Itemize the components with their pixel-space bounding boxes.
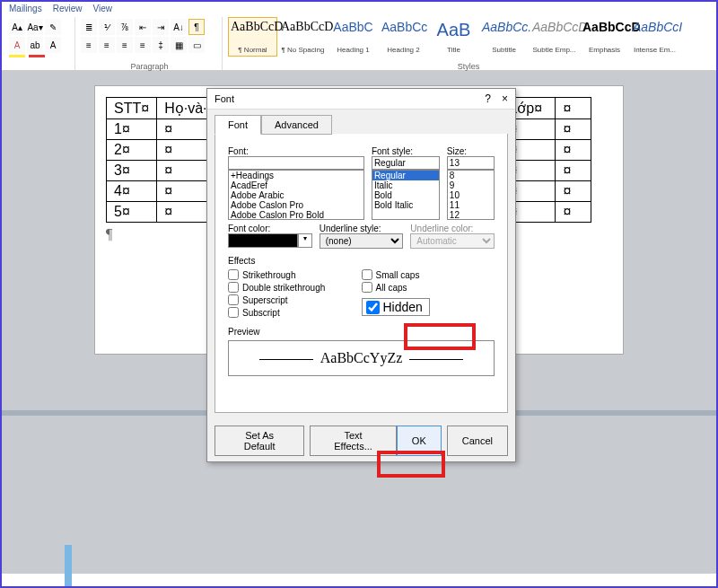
style-subtle-emp-[interactable]: AaBbCcDSubtle Emp...: [530, 17, 579, 57]
justify-icon[interactable]: ≡: [135, 37, 151, 53]
style-label: Font style:: [372, 146, 440, 156]
font-list[interactable]: +HeadingsAcadErefAdobe ArabicAdobe Caslo…: [228, 170, 364, 220]
font-dialog: Font ? × Font Advanced Font: +HeadingsAc…: [206, 88, 516, 462]
font-color-icon[interactable]: A: [45, 37, 61, 53]
chk-dstrike[interactable]: Double strikethrough: [228, 282, 362, 293]
size-label: Size:: [447, 146, 495, 156]
cancel-button[interactable]: Cancel: [447, 426, 508, 456]
shading-icon[interactable]: ▦: [171, 37, 187, 53]
style-subtitle[interactable]: AaBbCc.Subtitle: [479, 17, 529, 57]
style-heading-1[interactable]: AaBbCHeading 1: [328, 17, 378, 57]
styles-gallery[interactable]: AaBbCcD¶ NormalAaBbCcD¶ No SpacingAaBbCH…: [228, 17, 709, 57]
font-color-select[interactable]: [228, 233, 298, 248]
sort-icon[interactable]: A↓: [171, 19, 187, 35]
dialog-title: Font: [215, 93, 234, 104]
annotation-hidden: [404, 323, 476, 350]
dialog-titlebar: Font ? ×: [207, 89, 515, 110]
style--no-spacing[interactable]: AaBbCcD¶ No Spacing: [278, 17, 328, 57]
th-stt: STT¤: [107, 98, 157, 119]
style-intense-em-[interactable]: AaBbCcIIntense Em...: [630, 17, 679, 57]
help-icon[interactable]: ?: [485, 92, 491, 105]
align-left-icon[interactable]: ≡: [81, 37, 97, 53]
align-right-icon[interactable]: ≡: [117, 37, 133, 53]
indent-dec-icon[interactable]: ⇤: [135, 19, 151, 35]
fontcolor-swatch: [29, 55, 45, 57]
color-label: Font color:: [228, 224, 312, 233]
paragraph-group: ≣ ⅟ ⅞ ⇤ ⇥ A↓ ¶ ≡ ≡ ≡ ≡ ‡ ▦ ▭ Paragraph: [77, 17, 223, 70]
styles-label: Styles: [224, 62, 713, 71]
style-emphasis[interactable]: AaBbCcDEmphasis: [580, 17, 629, 57]
chk-all[interactable]: All caps: [362, 282, 495, 293]
highlight-icon[interactable]: ab: [27, 37, 43, 53]
styles-group: AaBbCcD¶ NormalAaBbCcD¶ No SpacingAaBbCH…: [224, 17, 713, 70]
highlight-swatch: [9, 55, 25, 57]
bullets-icon[interactable]: ≣: [81, 19, 97, 35]
text-effect-icon[interactable]: A: [9, 37, 25, 53]
ucolor-label: Underline color:: [410, 224, 495, 233]
tab-mailings[interactable]: Mailings: [9, 4, 42, 13]
th-end: ¤: [556, 98, 591, 119]
style-input[interactable]: [372, 156, 440, 170]
line-spacing-icon[interactable]: ‡: [153, 37, 169, 53]
show-marks-icon[interactable]: ¶: [188, 19, 205, 35]
set-default-button[interactable]: Set As Default: [215, 426, 304, 456]
tab-view[interactable]: View: [92, 4, 112, 13]
change-case-icon[interactable]: Aa▾: [27, 19, 43, 35]
grow-font-icon[interactable]: A▴: [9, 19, 25, 35]
clear-format-icon[interactable]: ✎: [45, 19, 61, 35]
align-center-icon[interactable]: ≡: [99, 37, 115, 53]
ribbon-tabs: Mailings Review View: [2, 2, 716, 15]
tab-font[interactable]: Font: [215, 115, 261, 135]
chk-small[interactable]: Small caps: [362, 269, 495, 280]
paragraph-label: Paragraph: [77, 62, 222, 71]
style-title[interactable]: AaBTitle: [429, 17, 478, 57]
chk-hidden[interactable]: Hidden: [362, 298, 430, 316]
font-input[interactable]: [228, 156, 364, 170]
tab-advanced[interactable]: Advanced: [261, 115, 332, 135]
style-list[interactable]: RegularItalicBoldBold Italic: [372, 170, 440, 220]
annotation-ok: [377, 451, 445, 478]
chk-sub[interactable]: Subscript: [228, 307, 362, 318]
chk-strike[interactable]: Strikethrough: [228, 269, 362, 280]
selection-highlight: [65, 545, 72, 586]
size-list[interactable]: 89101112: [447, 170, 495, 220]
multilevel-icon[interactable]: ⅞: [117, 19, 133, 35]
indent-inc-icon[interactable]: ⇥: [153, 19, 169, 35]
size-input[interactable]: [447, 156, 495, 170]
tab-review[interactable]: Review: [53, 4, 83, 13]
underline-style-select[interactable]: (none): [320, 233, 404, 249]
effects-label: Effects: [228, 256, 495, 266]
font-group: A▴ Aa▾ ✎ A ab A: [5, 17, 75, 70]
style-heading-2[interactable]: AaBbCcHeading 2: [379, 17, 428, 57]
ustyle-label: Underline style:: [320, 224, 404, 233]
underline-color-select: Automatic: [410, 233, 495, 249]
numbering-icon[interactable]: ⅟: [99, 19, 115, 35]
close-icon[interactable]: ×: [502, 92, 508, 105]
ribbon: Mailings Review View A▴ Aa▾ ✎ A ab A ≣ ⅟: [2, 2, 716, 71]
chk-super[interactable]: Superscript: [228, 294, 362, 305]
font-label: Font:: [228, 146, 364, 156]
borders-icon[interactable]: ▭: [188, 37, 205, 53]
style--normal[interactable]: AaBbCcD¶ Normal: [228, 17, 277, 57]
